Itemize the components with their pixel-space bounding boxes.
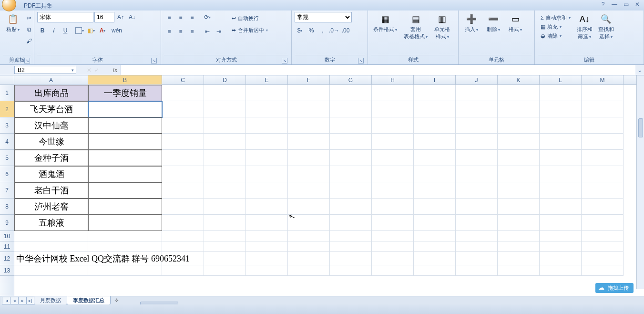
cell-D3[interactable] (204, 117, 246, 134)
cell-A3[interactable]: 汉中仙毫 (14, 117, 88, 134)
cell-K7[interactable] (498, 182, 540, 199)
cell-L10[interactable] (540, 231, 582, 241)
close-icon[interactable]: ✕ (634, 1, 641, 8)
cell-G3[interactable] (330, 117, 372, 134)
row-header-13[interactable]: 13 (0, 265, 14, 276)
cell-J11[interactable] (456, 241, 498, 252)
cell-B10[interactable] (88, 231, 162, 241)
align-bottom-button[interactable]: ≡ (187, 12, 197, 22)
cell-J3[interactable] (456, 117, 498, 134)
cell-D7[interactable] (204, 182, 246, 199)
cell-E7[interactable] (246, 182, 288, 199)
cell-H8[interactable] (372, 199, 414, 215)
cell-L9[interactable] (540, 215, 582, 231)
cell-J5[interactable] (456, 150, 498, 166)
cell-M2[interactable] (582, 101, 624, 117)
cell-J9[interactable] (456, 215, 498, 231)
cell-E3[interactable] (246, 117, 288, 134)
cell-J4[interactable] (456, 134, 498, 150)
cell-M11[interactable] (582, 241, 624, 252)
cell-E1[interactable] (246, 85, 288, 101)
cell-C11[interactable] (162, 241, 204, 252)
cell-A9[interactable]: 五粮液 (14, 215, 88, 231)
cell-A8[interactable]: 泸州老窖 (14, 199, 88, 215)
cell-F11[interactable] (288, 241, 330, 252)
cell-F2[interactable] (288, 101, 330, 117)
cell-M4[interactable] (582, 134, 624, 150)
col-header-A[interactable]: A (14, 75, 88, 84)
cell-C1[interactable] (162, 85, 204, 101)
col-header-J[interactable]: J (456, 75, 498, 84)
font-name-select[interactable] (37, 12, 93, 22)
worksheet-grid[interactable]: ABCDEFGHIJKLM 12345678910111213 出库商品一季度销… (0, 75, 644, 297)
cell-I12[interactable] (414, 252, 456, 265)
cell-L2[interactable] (540, 101, 582, 117)
cell-C5[interactable] (162, 150, 204, 166)
cell-J13[interactable] (456, 265, 498, 276)
cell-M8[interactable] (582, 199, 624, 215)
percent-button[interactable]: % (306, 25, 317, 36)
cell-H6[interactable] (372, 166, 414, 182)
cell-E5[interactable] (246, 150, 288, 166)
increase-font-button[interactable]: A↑ (115, 12, 126, 22)
cell-A4[interactable]: 今世缘 (14, 134, 88, 150)
cell-E8[interactable] (246, 199, 288, 215)
cell-H1[interactable] (372, 85, 414, 101)
cell-E13[interactable] (246, 265, 288, 276)
cell-E9[interactable] (246, 215, 288, 231)
cut-button[interactable]: ✂ (24, 13, 34, 23)
cell-A12[interactable]: 中华会计网校 Excel QQ交流群 群号 690652341 (14, 252, 348, 265)
vscroll-thumb[interactable] (638, 118, 643, 137)
cell-C9[interactable] (162, 215, 204, 231)
cell-C8[interactable] (162, 199, 204, 215)
cell-H3[interactable] (372, 117, 414, 134)
cell-I9[interactable] (414, 215, 456, 231)
cell-K13[interactable] (498, 265, 540, 276)
cell-G11[interactable] (330, 241, 372, 252)
cell-G13[interactable] (330, 265, 372, 276)
cell-J1[interactable] (456, 85, 498, 101)
sheet-tab-1[interactable]: 季度数据汇总 (67, 296, 111, 305)
row-header-5[interactable]: 5 (0, 150, 14, 166)
cell-B8[interactable] (88, 199, 162, 215)
decrease-font-button[interactable]: A↓ (127, 12, 137, 22)
cell-F9[interactable] (288, 215, 330, 231)
cell-I7[interactable] (414, 182, 456, 199)
row-header-9[interactable]: 9 (0, 215, 14, 231)
cell-H5[interactable] (372, 150, 414, 166)
cell-L6[interactable] (540, 166, 582, 182)
cell-M7[interactable] (582, 182, 624, 199)
minimize-icon[interactable]: — (611, 1, 618, 8)
cell-F8[interactable] (288, 199, 330, 215)
select-all-corner[interactable] (0, 75, 14, 85)
cell-H4[interactable] (372, 134, 414, 150)
cell-A7[interactable]: 老白干酒 (14, 182, 88, 199)
paste-button[interactable]: 📋 粘贴 (3, 12, 23, 46)
cell-B4[interactable] (88, 134, 162, 150)
accounting-format-button[interactable]: $ (295, 25, 305, 36)
align-top-button[interactable]: ≡ (164, 12, 174, 22)
cell-A6[interactable]: 酒鬼酒 (14, 166, 88, 182)
col-header-D[interactable]: D (204, 75, 246, 84)
cell-K10[interactable] (498, 231, 540, 241)
col-header-H[interactable]: H (372, 75, 414, 84)
number-launcher[interactable]: ↘ (358, 58, 364, 63)
cell-M1[interactable] (582, 85, 624, 101)
format-painter-button[interactable]: 🖌 (24, 36, 34, 46)
cell-C2[interactable] (162, 101, 204, 117)
cell-F6[interactable] (288, 166, 330, 182)
cell-D10[interactable] (204, 231, 246, 241)
cell-M9[interactable] (582, 215, 624, 231)
cell-F5[interactable] (288, 150, 330, 166)
format-cells-button[interactable]: ▭格式 (505, 12, 525, 34)
align-middle-button[interactable]: ≡ (175, 12, 186, 22)
copy-button[interactable]: ⧉ (24, 24, 34, 35)
cell-E4[interactable] (246, 134, 288, 150)
ribbon-tab-9[interactable]: PDF工具集 (18, 1, 58, 10)
cell-I8[interactable] (414, 199, 456, 215)
cell-M13[interactable] (582, 265, 624, 276)
cell-C3[interactable] (162, 117, 204, 134)
cell-H13[interactable] (372, 265, 414, 276)
cell-J2[interactable] (456, 101, 498, 117)
cell-C13[interactable] (162, 265, 204, 276)
